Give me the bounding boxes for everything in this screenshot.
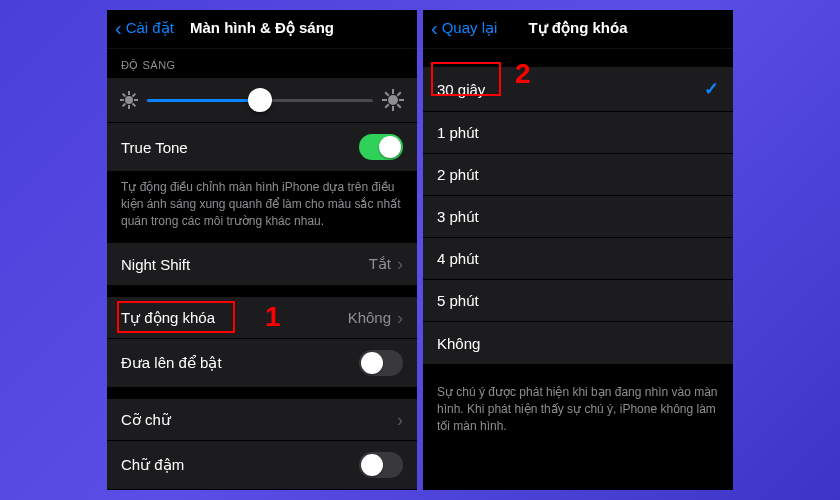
- night-shift-group: Night Shift Tắt ›: [107, 243, 417, 285]
- auto-lock-label: Tự động khóa: [121, 309, 215, 327]
- raise-to-wake-row[interactable]: Đưa lên để bật: [107, 339, 417, 387]
- navbar: ‹ Quay lại Tự động khóa: [423, 10, 733, 49]
- text-size-label: Cỡ chữ: [121, 411, 171, 429]
- chevron-left-icon: ‹: [431, 18, 438, 38]
- bold-text-label: Chữ đậm: [121, 456, 184, 474]
- auto-lock-option[interactable]: Không: [423, 322, 733, 364]
- raise-to-wake-label: Đưa lên để bật: [121, 354, 222, 372]
- nav-title: Tự động khóa: [529, 19, 628, 37]
- true-tone-toggle[interactable]: [359, 134, 403, 160]
- text-group: Cỡ chữ › Chữ đậm: [107, 399, 417, 489]
- true-tone-note: Tự động điều chỉnh màn hình iPhone dựa t…: [107, 171, 417, 243]
- sun-large-icon: [383, 90, 403, 110]
- auto-lock-value: Không: [348, 309, 391, 326]
- auto-lock-option[interactable]: 30 giây✓: [423, 67, 733, 112]
- settings-auto-lock-screen: ‹ Quay lại Tự động khóa 30 giây✓1 phút2 …: [423, 10, 733, 490]
- auto-lock-option[interactable]: 5 phút: [423, 280, 733, 322]
- back-label: Quay lại: [442, 19, 498, 37]
- night-shift-row[interactable]: Night Shift Tắt ›: [107, 243, 417, 285]
- auto-lock-note: Sự chú ý được phát hiện khi bạn đang nhì…: [423, 376, 733, 448]
- option-label: 1 phút: [437, 124, 479, 141]
- text-size-row[interactable]: Cỡ chữ ›: [107, 399, 417, 441]
- option-label: 4 phút: [437, 250, 479, 267]
- auto-lock-option[interactable]: 3 phút: [423, 196, 733, 238]
- chevron-right-icon: ›: [397, 309, 403, 327]
- chevron-right-icon: ›: [397, 411, 403, 429]
- back-button[interactable]: ‹ Cài đặt: [115, 18, 174, 38]
- night-shift-value: Tắt: [369, 255, 391, 273]
- option-label: 30 giây: [437, 81, 485, 98]
- sun-small-icon: [121, 92, 137, 108]
- auto-lock-option[interactable]: 2 phút: [423, 154, 733, 196]
- back-label: Cài đặt: [126, 19, 174, 37]
- autolock-group: Tự động khóa Không › 1 Đưa lên để bật: [107, 297, 417, 387]
- option-label: Không: [437, 335, 480, 352]
- navbar: ‹ Cài đặt Màn hình & Độ sáng: [107, 10, 417, 49]
- back-button[interactable]: ‹ Quay lại: [431, 18, 497, 38]
- raise-to-wake-toggle[interactable]: [359, 350, 403, 376]
- brightness-slider[interactable]: [147, 99, 373, 102]
- night-shift-label: Night Shift: [121, 256, 190, 273]
- brightness-group: True Tone: [107, 78, 417, 171]
- bold-text-row[interactable]: Chữ đậm: [107, 441, 417, 489]
- slider-thumb[interactable]: [248, 88, 272, 112]
- annotation-number-1: 1: [265, 301, 281, 333]
- brightness-slider-row[interactable]: [107, 78, 417, 123]
- auto-lock-option[interactable]: 4 phút: [423, 238, 733, 280]
- chevron-left-icon: ‹: [115, 18, 122, 38]
- chevron-right-icon: ›: [397, 255, 403, 273]
- true-tone-row[interactable]: True Tone: [107, 123, 417, 171]
- settings-display-brightness-screen: ‹ Cài đặt Màn hình & Độ sáng ĐỘ SÁNG: [107, 10, 417, 490]
- auto-lock-option[interactable]: 1 phút: [423, 112, 733, 154]
- auto-lock-row[interactable]: Tự động khóa Không › 1: [107, 297, 417, 339]
- bold-text-toggle[interactable]: [359, 452, 403, 478]
- auto-lock-options: 30 giây✓1 phút2 phút3 phút4 phút5 phútKh…: [423, 67, 733, 364]
- brightness-section-header: ĐỘ SÁNG: [107, 49, 417, 78]
- true-tone-label: True Tone: [121, 139, 188, 156]
- option-label: 2 phút: [437, 166, 479, 183]
- option-label: 5 phút: [437, 292, 479, 309]
- nav-title: Màn hình & Độ sáng: [190, 19, 334, 37]
- option-label: 3 phút: [437, 208, 479, 225]
- checkmark-icon: ✓: [704, 78, 719, 100]
